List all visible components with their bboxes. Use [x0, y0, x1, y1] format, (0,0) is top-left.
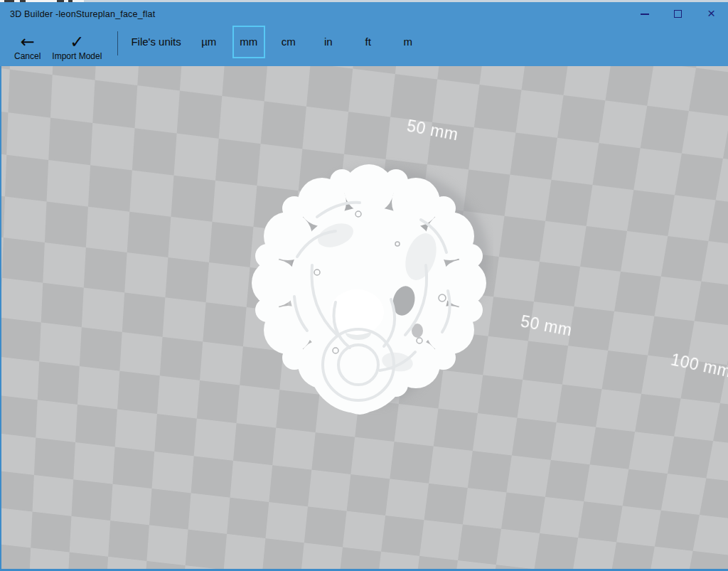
import-model-label: Import Model: [52, 51, 102, 61]
minimize-icon: [641, 14, 649, 15]
window-title: 3D Builder -leonStureplan_face_flat: [10, 9, 155, 19]
cancel-label: Cancel: [14, 51, 41, 61]
unit-option-cm[interactable]: cm: [272, 26, 305, 58]
maximize-icon: [674, 10, 682, 18]
minimize-button[interactable]: [628, 2, 661, 26]
cancel-button[interactable]: ← Cancel: [9, 33, 46, 61]
close-button[interactable]: ×: [695, 2, 728, 26]
unit-option-um[interactable]: µm: [193, 26, 225, 58]
maximize-button[interactable]: [661, 2, 695, 26]
caption-buttons: ×: [628, 2, 728, 26]
import-model-button[interactable]: ✓ Import Model: [46, 33, 107, 61]
unit-option-mm[interactable]: mm: [232, 26, 265, 58]
unit-option-in[interactable]: in: [312, 26, 345, 58]
units-row: µm mm cm in ft m: [193, 26, 424, 58]
close-icon: ×: [707, 6, 715, 20]
app-window: 3D Builder -leonStureplan_face_flat × ← …: [0, 0, 728, 571]
checkmark-icon: ✓: [70, 33, 84, 50]
back-arrow-icon: ←: [21, 33, 35, 50]
files-units-label: File's units: [131, 36, 181, 48]
lion-mane: [252, 164, 486, 415]
toolbar-separator: [117, 31, 118, 55]
window-titlebar[interactable]: 3D Builder -leonStureplan_face_flat ×: [0, 2, 728, 26]
build-plate-viewport[interactable]: 50 mm 50 mm 100 mm: [0, 66, 728, 569]
unit-option-m[interactable]: m: [392, 26, 424, 58]
lion-face-3d-model[interactable]: [252, 151, 493, 430]
unit-option-ft[interactable]: ft: [352, 26, 385, 58]
toolbar: ← Cancel ✓ Import Model File's units µm …: [0, 26, 728, 66]
